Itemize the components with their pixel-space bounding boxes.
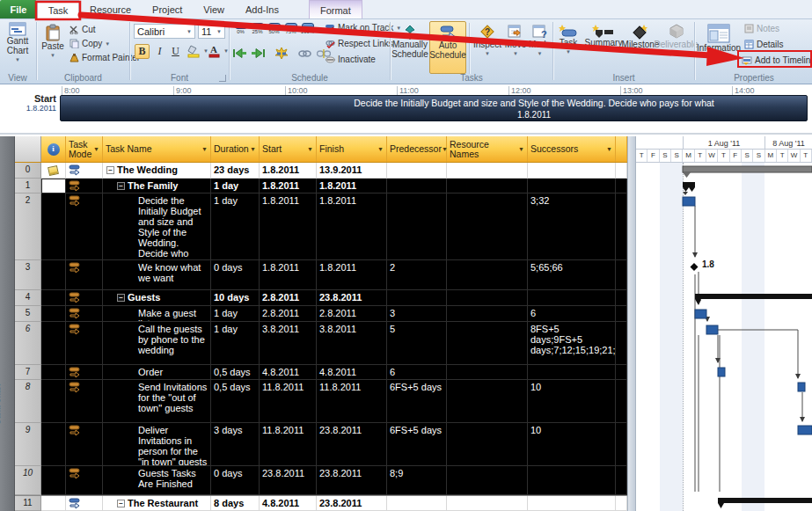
gantt-week-header[interactable]: 1 Aug '11 8 Aug '11 [636,136,812,150]
start-cell[interactable]: 3.8.2011 [260,322,317,365]
pane-splitter[interactable] [627,136,636,511]
duration-cell[interactable]: 1 day [211,193,260,260]
start-cell[interactable]: 2.8.2011 [260,290,317,306]
successors-cell[interactable] [528,466,616,495]
resource-cell[interactable] [447,193,528,260]
row-number[interactable]: 2 [15,193,41,260]
insert-summary-button[interactable]: Summary [586,21,621,47]
font-dialog-launcher[interactable] [219,75,226,82]
info-cell[interactable] [41,496,66,511]
row-number[interactable]: 0 [15,163,41,179]
gantt-bar-call-guests[interactable] [706,325,718,334]
predecessor-cell[interactable]: 5 [387,322,447,365]
font-color-button[interactable]: A ▼ [208,44,229,58]
collapse-icon[interactable]: − [117,294,125,302]
duration-cell[interactable]: 0 days [211,260,260,290]
gantt-day-header[interactable]: T F S S M T W T F S S M T W T [636,150,812,163]
information-button[interactable]: Information [698,21,740,53]
successors-cell[interactable]: 3;32 [528,193,616,260]
inspect-button[interactable]: ? Inspect▼ [472,21,502,59]
predecessor-cell[interactable]: 2 [387,260,447,290]
successors-cell[interactable] [528,163,616,179]
duration-cell[interactable]: 3 days [211,423,260,466]
task-mode-cell[interactable] [66,179,103,193]
finish-cell[interactable]: 11.8.2011 [317,380,387,423]
timeline-task-bar[interactable]: Decide the Initially Budget and size and… [60,95,808,121]
predecessor-cell[interactable] [387,290,447,306]
resource-cell[interactable] [447,423,528,466]
finish-cell[interactable]: 2.8.2011 [317,306,387,322]
gantt-bar-deliver-invitations[interactable] [798,426,812,434]
task-mode-cell[interactable] [66,496,103,511]
finish-cell[interactable]: 4.8.2011 [317,365,387,380]
successors-cell[interactable] [528,496,616,511]
duration-cell[interactable]: 8 days [211,496,260,511]
task-name-cell[interactable]: Call the guests by phone to the wedding [103,322,211,365]
start-cell[interactable]: 11.8.2011 [260,423,317,466]
task-mode-cell[interactable] [66,290,103,306]
task-mode-cell[interactable] [66,260,103,290]
predecessor-cell[interactable]: 6FS+5 days [387,423,447,466]
font-size-select[interactable]: 11▼ [198,24,225,39]
start-cell[interactable]: 1.8.2011 [260,163,317,179]
task-name-cell[interactable]: −The Wedding [103,163,211,179]
successors-cell[interactable] [528,179,616,193]
finish-cell[interactable]: 1.8.2011 [317,193,387,260]
task-mode-cell[interactable] [66,193,103,260]
collapse-icon[interactable]: − [117,182,125,190]
tab-resource[interactable]: Resource [79,0,142,18]
row-number[interactable]: 3 [15,260,41,290]
notes-button[interactable]: Notes [744,24,779,33]
resource-cell[interactable] [447,365,528,380]
insert-deliverable-button[interactable]: Deliverable▼ [659,21,693,59]
start-cell[interactable]: 1.8.2011 [260,193,317,260]
row-number[interactable]: 8 [15,380,41,423]
split-task-icon[interactable] [275,47,288,59]
row-number[interactable]: 6 [15,322,41,365]
indent-task-icon[interactable] [252,47,265,59]
resource-cell[interactable] [447,306,528,322]
info-cell[interactable] [41,163,66,179]
tab-file[interactable]: File [0,0,37,18]
add-to-timeline-button[interactable]: Add to Timeline [742,55,812,65]
successors-cell[interactable]: 10 [528,423,616,466]
predecessor-cell[interactable] [387,193,447,260]
info-cell[interactable] [41,423,66,466]
percent-75-button[interactable]: 75% [283,23,298,35]
finish-cell[interactable]: 23.8.2011 [317,290,387,306]
row-number[interactable]: 9 [15,423,41,466]
predecessor-cell[interactable]: 6FS+5 days [387,380,447,423]
resource-cell[interactable] [447,163,528,179]
start-cell[interactable]: 1.8.2011 [260,179,317,193]
task-name-cell[interactable]: Guests Tasks Are Finished [103,466,211,495]
duration-cell[interactable]: 1 day [211,306,260,322]
resource-cell[interactable] [447,322,528,365]
font-name-select[interactable]: Calibri▼ [134,24,195,39]
italic-button[interactable]: I [153,44,166,59]
inactivate-button[interactable]: Inactivate [326,55,376,64]
task-name-cell[interactable]: −The Restaurant [103,496,211,511]
predecessor-cell[interactable]: 3 [387,306,447,322]
duration-cell[interactable]: 0 days [211,466,260,495]
auto-schedule-button[interactable]: AutoSchedule [429,21,466,74]
gantt-bar-order-invitations[interactable] [718,368,725,376]
predecessor-cell[interactable]: 6 [387,365,447,380]
respect-links-button[interactable]: Respect Links [326,39,393,48]
row-number[interactable]: 7 [15,365,41,380]
gantt-bar-decide-budget[interactable] [683,192,695,206]
gantt-chart-button[interactable]: Gantt Chart▼ [0,19,35,65]
insert-task-button[interactable]: Task▼ [554,21,582,57]
predecessor-cell[interactable] [387,163,447,179]
gantt-chart-pane-tab[interactable]: Gantt Chart [0,136,15,511]
successors-cell[interactable] [528,365,616,380]
percent-100-button[interactable]: 100% [300,23,315,35]
percent-50-button[interactable]: 50% [267,23,282,35]
resource-cell[interactable] [447,466,528,495]
info-cell[interactable] [41,365,66,380]
finish-cell[interactable]: 23.8.2011 [317,496,387,511]
bold-button[interactable]: B [135,44,150,59]
gantt-bar-summary-family-meeting[interactable] [683,182,695,192]
start-cell[interactable]: 1.8.2011 [260,260,317,290]
duration-cell[interactable]: 0,5 days [211,380,260,423]
duration-cell[interactable]: 0,5 days [211,365,260,380]
